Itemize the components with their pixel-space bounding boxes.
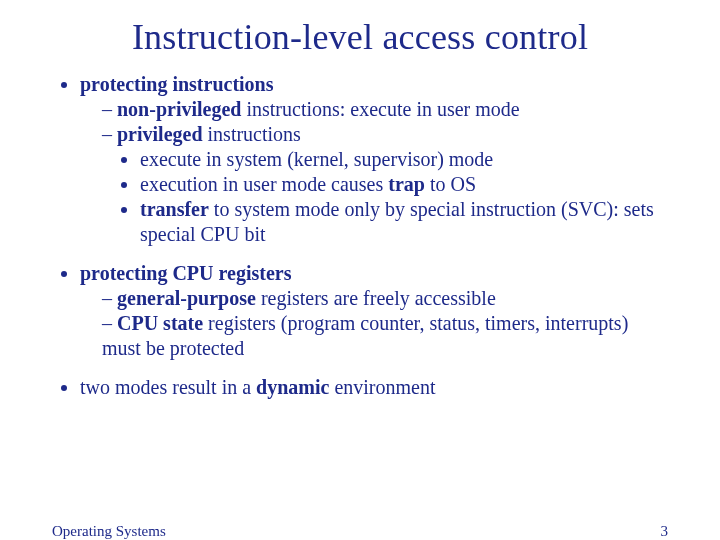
text: to system mode only by special instructi… xyxy=(140,198,654,245)
text: instructions: execute in user mode xyxy=(241,98,519,120)
sublist: non-privileged instructions: execute in … xyxy=(80,97,668,247)
slide-title: Instruction-level access control xyxy=(0,16,720,58)
text: instructions xyxy=(203,123,301,145)
text-bold: general-purpose xyxy=(117,287,256,309)
text: execute in system (kernel, supervisor) m… xyxy=(140,148,493,170)
sub-privileged: privileged instructions execute in syste… xyxy=(102,122,668,247)
slide-body: protecting instructions non-privileged i… xyxy=(0,72,720,400)
text: to OS xyxy=(425,173,476,195)
sub-general-purpose: general-purpose registers are freely acc… xyxy=(102,286,668,311)
bullet-group-2: protecting CPU registers general-purpose… xyxy=(52,261,668,361)
text-bold: protecting CPU registers xyxy=(80,262,291,284)
text: environment xyxy=(329,376,435,398)
text-bold: trap xyxy=(388,173,425,195)
detail-transfer: transfer to system mode only by special … xyxy=(140,197,668,247)
page-number: 3 xyxy=(661,523,669,540)
text-bold: non-privileged xyxy=(117,98,241,120)
text: execution in user mode causes xyxy=(140,173,388,195)
text-bold: protecting instructions xyxy=(80,73,274,95)
bullet-protecting-registers: protecting CPU registers general-purpose… xyxy=(80,261,668,361)
footer: Operating Systems 3 xyxy=(0,523,720,540)
bullet-group-1: protecting instructions non-privileged i… xyxy=(52,72,668,247)
subsublist: execute in system (kernel, supervisor) m… xyxy=(102,147,668,247)
text-bold: dynamic xyxy=(256,376,329,398)
bullet-group-3: two modes result in a dynamic environmen… xyxy=(52,375,668,400)
bullet-protecting-instructions: protecting instructions non-privileged i… xyxy=(80,72,668,247)
text-bold: transfer xyxy=(140,198,209,220)
bullet-dynamic-env: two modes result in a dynamic environmen… xyxy=(80,375,668,400)
footer-left: Operating Systems xyxy=(52,523,166,540)
sub-cpu-state: CPU state registers (program counter, st… xyxy=(102,311,668,361)
text: registers are freely accessible xyxy=(256,287,496,309)
sub-nonprivileged: non-privileged instructions: execute in … xyxy=(102,97,668,122)
slide: Instruction-level access control protect… xyxy=(0,16,720,540)
sublist: general-purpose registers are freely acc… xyxy=(80,286,668,361)
text: two modes result in a xyxy=(80,376,256,398)
detail-trap: execution in user mode causes trap to OS xyxy=(140,172,668,197)
text-bold: privileged xyxy=(117,123,203,145)
text-bold: CPU state xyxy=(117,312,203,334)
detail-execute-system: execute in system (kernel, supervisor) m… xyxy=(140,147,668,172)
